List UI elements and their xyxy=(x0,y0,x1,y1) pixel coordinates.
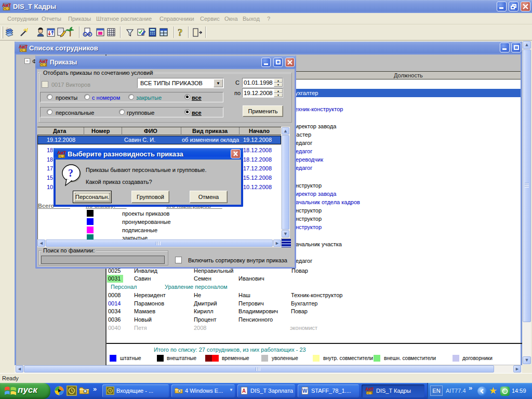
svg-text:А: А xyxy=(242,388,246,394)
svg-text:АиТ: АиТ xyxy=(365,387,374,392)
svg-text:?: ? xyxy=(178,27,183,38)
svg-text:?: ? xyxy=(68,167,73,179)
svg-text:СФ: СФ xyxy=(367,392,371,395)
svg-text:W: W xyxy=(302,388,308,394)
svg-text:СФ: СФ xyxy=(4,7,9,10)
svg-text:СФ: СФ xyxy=(20,48,26,52)
svg-text:СФ: СФ xyxy=(41,63,46,66)
svg-text:СФ: СФ xyxy=(59,154,64,158)
